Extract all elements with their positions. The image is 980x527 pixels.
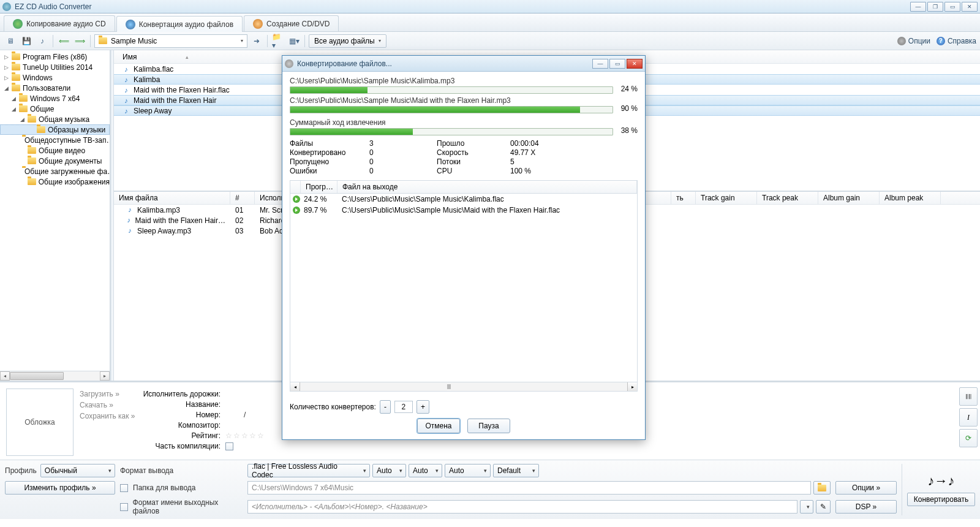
path-input[interactable]: Sample Music ▾ <box>94 34 247 48</box>
convert-button[interactable]: Конвертировать <box>907 493 975 506</box>
scroll-thumb[interactable] <box>10 372 64 380</box>
horizontal-scrollbar[interactable]: ◂ ▸ <box>0 371 110 381</box>
dialog-minimize[interactable]: — <box>592 59 608 69</box>
expand-icon[interactable]: ◢ <box>11 96 17 101</box>
edit-profile-button[interactable]: Изменить профиль » <box>5 481 115 495</box>
tree-item[interactable]: Общие видео <box>0 145 110 156</box>
queue-column[interactable]: ть <box>671 192 696 204</box>
dialog-h-scrollbar[interactable]: ◂ ▸ <box>290 382 638 392</box>
output-list[interactable]: 24.2 %C:\Users\Public\Music\Sample Music… <box>290 194 638 382</box>
download-link[interactable]: Скачать » <box>80 401 141 409</box>
tree-item[interactable]: Общие загруженные фа… <box>0 166 110 176</box>
scroll-right[interactable]: ▸ <box>627 382 637 391</box>
output-row[interactable]: 24.2 %C:\Users\Public\Music\Sample Music… <box>290 194 637 205</box>
dialog-titlebar[interactable]: Конвертирование файлов... — ▭ ✕ <box>282 56 645 72</box>
output-row[interactable]: 89.7 %C:\Users\Public\Music\Sample Music… <box>290 205 637 216</box>
dsp-button[interactable]: DSP » <box>835 500 897 514</box>
auto2-combo[interactable]: Auto <box>409 464 442 477</box>
expand-icon[interactable]: ▷ <box>4 54 9 59</box>
folder-tree[interactable]: ▷Program Files (x86)▷TuneUp Utilities 20… <box>0 50 110 188</box>
name-template-edit-button[interactable]: ✎ <box>816 500 831 514</box>
expand-icon[interactable]: ▷ <box>4 75 9 80</box>
profile-combo[interactable]: Обычный <box>40 464 115 477</box>
name-template-dropdown[interactable] <box>800 500 813 514</box>
forward-button[interactable]: ⟹ <box>73 34 86 48</box>
dialog-window-controls: — ▭ ✕ <box>592 59 643 69</box>
queue-column[interactable]: Track peak <box>757 192 818 204</box>
expand-icon[interactable]: ◢ <box>11 106 17 112</box>
queue-column[interactable]: Album peak <box>880 192 941 204</box>
computer-button[interactable]: 🖥 <box>4 34 17 48</box>
expand-icon[interactable]: ▷ <box>4 64 9 70</box>
expand-icon[interactable] <box>29 127 34 132</box>
tab-convert-audio[interactable]: Конвертация аудио файлов <box>116 16 243 32</box>
load-link[interactable]: Загрузить » <box>80 390 141 398</box>
file2-path: C:\Users\Public\Music\Sample Music\Maid … <box>290 96 638 105</box>
pause-button[interactable]: Пауза <box>467 419 510 433</box>
cancel-button[interactable]: Отмена <box>417 419 460 433</box>
queue-column[interactable]: Имя файла <box>114 192 230 204</box>
output-name-checkbox[interactable] <box>120 503 128 511</box>
compilation-checkbox[interactable] <box>225 442 233 450</box>
converters-minus[interactable]: - <box>380 400 391 414</box>
tree-item[interactable]: Образцы музыки <box>0 124 110 135</box>
expand-icon[interactable] <box>20 158 25 164</box>
queue-column[interactable]: Album gain <box>818 192 880 204</box>
tree-item[interactable]: ◢Общие <box>0 104 110 114</box>
tab-create-cd[interactable]: Создание CD/DVD <box>244 15 339 31</box>
music-button[interactable]: ♪ <box>36 34 49 48</box>
tree-item[interactable]: Общедоступные ТВ-зап… <box>0 135 110 145</box>
help-link[interactable]: ?Справка <box>937 37 976 45</box>
output-path-input[interactable]: C:\Users\Windows 7 x64\Music <box>247 481 811 495</box>
tree-item[interactable]: ▷Windows <box>0 72 110 83</box>
save-as-link[interactable]: Сохранить как » <box>80 412 141 420</box>
tree-item[interactable]: ◢Windows 7 x64 <box>0 93 110 104</box>
rating-stars[interactable]: ☆☆☆☆☆ <box>225 431 265 440</box>
scroll-left-arrow[interactable]: ◂ <box>0 371 10 381</box>
options-link[interactable]: Опции <box>897 37 930 45</box>
tree-item[interactable]: ▷Program Files (x86) <box>0 51 110 62</box>
info-button[interactable]: I <box>959 408 978 427</box>
scroll-track[interactable] <box>10 371 100 381</box>
expand-icon[interactable]: ◢ <box>4 85 9 91</box>
view-button[interactable]: ▦▾ <box>287 34 301 48</box>
dialog-maximize[interactable]: ▭ <box>609 59 625 69</box>
expand-icon[interactable] <box>20 148 25 153</box>
queue-column[interactable]: # <box>230 192 255 204</box>
auto1-combo[interactable]: Auto <box>372 464 406 477</box>
tab-rip-cd[interactable]: Копирование аудио CD <box>4 15 115 31</box>
tree-item[interactable]: Общие документы <box>0 156 110 166</box>
expand-icon[interactable]: ◢ <box>20 116 25 122</box>
maximize-button[interactable]: ❐ <box>927 2 943 12</box>
restore-button[interactable]: ▭ <box>944 2 960 12</box>
drive-button[interactable]: 💾 <box>20 34 33 48</box>
back-button[interactable]: ⟸ <box>57 34 70 48</box>
tree-item[interactable]: ▷TuneUp Utilities 2014 <box>0 62 110 72</box>
output-folder-checkbox[interactable] <box>120 484 128 492</box>
scroll-left[interactable]: ◂ <box>290 382 300 391</box>
waveform-button[interactable]: ⫴⫴ <box>959 387 978 406</box>
file-filter[interactable]: Все аудио файлы▾ <box>309 34 386 48</box>
auto3-combo[interactable]: Auto <box>445 464 491 477</box>
scroll-right-arrow[interactable]: ▸ <box>100 371 110 381</box>
converters-input[interactable] <box>394 401 413 413</box>
queue-column[interactable]: Track gain <box>696 192 757 204</box>
tree-item[interactable]: ◢Пользователи <box>0 83 110 93</box>
format-options-button[interactable]: Опции » <box>835 481 897 495</box>
tree-item[interactable]: ◢Общая музыка <box>0 114 110 124</box>
cover-art-box[interactable]: Обложка <box>6 389 74 456</box>
refresh-button[interactable]: ⟳ <box>959 429 978 447</box>
tree-item[interactable]: Общие изображения <box>0 176 110 187</box>
minimize-button[interactable]: — <box>910 2 926 12</box>
go-button[interactable]: ➜ <box>250 34 263 48</box>
browse-folder-button[interactable] <box>813 481 831 495</box>
codec-combo[interactable]: .flac | Free Lossless Audio Codec <box>247 464 370 477</box>
default-combo[interactable]: Default <box>493 464 539 477</box>
name-template-input[interactable]: <Исполнитель> - <Альбом>\<Номер>. <Назва… <box>247 500 797 514</box>
close-button[interactable]: ✕ <box>962 2 978 12</box>
expand-icon[interactable] <box>20 179 25 184</box>
explorer-button[interactable]: 📁▾ <box>271 34 285 48</box>
converters-plus[interactable]: + <box>417 400 429 414</box>
dialog-close[interactable]: ✕ <box>627 59 643 69</box>
output-list-header[interactable]: Прогр… Файл на выходе <box>290 180 638 194</box>
